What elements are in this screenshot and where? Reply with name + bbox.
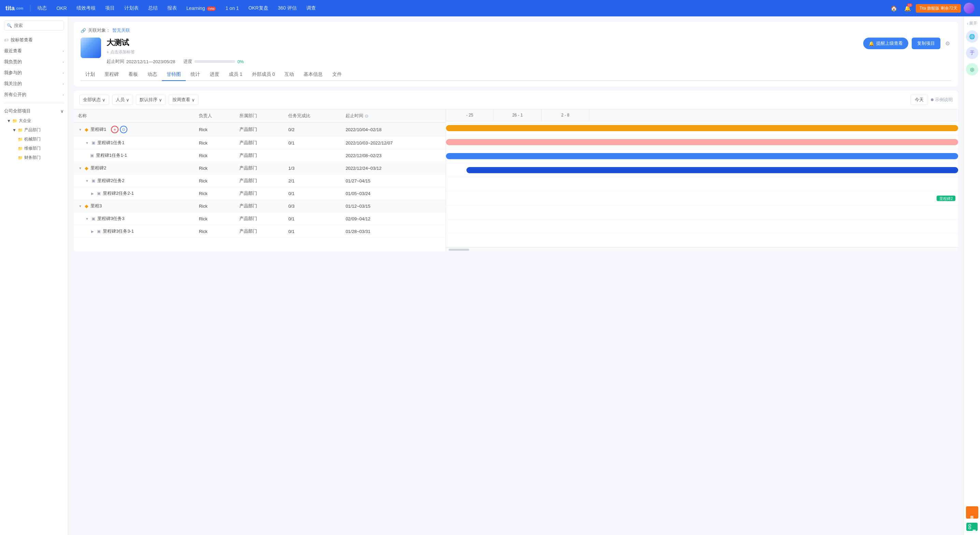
nav-item-diaocha[interactable]: 调查 xyxy=(302,3,320,13)
project-actions: 🔔 提醒上级查看 复制项目 ⚙ xyxy=(863,38,951,49)
tab-kanban[interactable]: 看板 xyxy=(124,68,143,81)
gantt-chart-row xyxy=(446,177,958,191)
view-filter-btn[interactable]: 按周查看 ∨ xyxy=(169,95,199,105)
nav-item-jixiaokahe[interactable]: 绩效考核 xyxy=(72,3,100,13)
copy-project-btn[interactable]: 复制项目 xyxy=(912,38,940,49)
link-icon: 🔗 xyxy=(81,28,86,33)
tree-item-product-dept[interactable]: ▼ 📁 产品部门 xyxy=(8,126,68,135)
tab-milestone[interactable]: 里程碑 xyxy=(100,68,124,81)
task-icon: ▣ xyxy=(92,178,95,183)
expand-btn[interactable]: ▼ xyxy=(78,204,83,208)
nav-item-1on1[interactable]: 1 on 1 xyxy=(221,3,243,13)
tree-item-mechanical[interactable]: 📁 机械部门 xyxy=(14,135,68,144)
add-tag-btn[interactable]: + 点击添加标签 xyxy=(107,49,858,55)
search-icon: 🔍 xyxy=(7,23,12,28)
section-collapse-icon: ∨ xyxy=(60,109,64,114)
sidebar-item-participated[interactable]: 我参与的 › xyxy=(0,67,68,78)
logo[interactable]: tita .com xyxy=(5,5,23,12)
example-btn[interactable]: 示例说明 xyxy=(931,97,953,103)
folder-icon: 📁 xyxy=(18,128,23,132)
project-info: 大测试 + 点击添加标签 起止时间 2022/12/11—2023/05/28 … xyxy=(107,38,858,65)
tab-external-members[interactable]: 外部成员 0 xyxy=(247,68,280,81)
col-dept: 所属部门 xyxy=(235,109,284,123)
nav-item-zongjie[interactable]: 总结 xyxy=(144,3,162,13)
tab-stats[interactable]: 统计 xyxy=(186,68,205,81)
nav-item-360[interactable]: 360 评估 xyxy=(274,3,301,13)
scroll-thumb[interactable] xyxy=(449,249,469,251)
sidebar-item-recent[interactable]: 最近查看 › xyxy=(0,45,68,56)
gantt-area: 全部状态 ∨ 人员 ∨ 默认排序 ∨ 按周查看 ∨ 今天 xyxy=(74,91,958,252)
expand-btn[interactable]: ▶ xyxy=(90,229,95,233)
col-settings-icon[interactable]: ⊙ xyxy=(365,113,368,119)
rp-icon-btn-1[interactable]: 🌐 xyxy=(966,30,978,43)
new-version-btn[interactable]: 新版 xyxy=(966,506,978,519)
settings-btn[interactable]: ⚙ xyxy=(944,39,951,48)
nav-item-okrfupan[interactable]: OKR复盘 xyxy=(244,3,272,13)
alert-btn[interactable]: 🔔 提醒上级查看 xyxy=(863,38,908,49)
nav-item-xiangmu[interactable]: 项目 xyxy=(101,3,119,13)
tab-activity[interactable]: 动态 xyxy=(143,68,162,81)
expand-btn[interactable]: ▼ xyxy=(78,128,83,132)
add-btn[interactable]: + xyxy=(111,126,118,133)
gantt-scrollbar[interactable] xyxy=(446,247,958,252)
notification-icon-btn[interactable]: 🔔 11 xyxy=(902,3,913,14)
nav-item-dongtai[interactable]: 动态 xyxy=(33,3,51,13)
sidebar-item-following[interactable]: 我关注的 › xyxy=(0,78,68,89)
search-input[interactable] xyxy=(4,21,64,30)
home-icon-btn[interactable]: 🏠 xyxy=(888,3,899,14)
user-avatar[interactable] xyxy=(964,3,975,14)
tab-members[interactable]: 成员 1 xyxy=(224,68,247,81)
tab-files[interactable]: 文件 xyxy=(328,68,347,81)
rp-icon-btn-2[interactable]: 于 xyxy=(966,47,978,59)
expand-btn[interactable]: ▼ xyxy=(85,141,89,145)
progress-bar xyxy=(194,60,235,63)
trial-badge[interactable]: Tita 旗舰版 剩余72天 xyxy=(916,4,961,13)
gantt-chart-row xyxy=(446,121,958,135)
info-btn[interactable]: ⊙ xyxy=(120,126,127,133)
tree-item-finance[interactable]: 📁 财务部门 xyxy=(14,153,68,162)
task-icon: ▣ xyxy=(92,140,95,145)
sort-filter-btn[interactable]: 默认排序 ∨ xyxy=(136,95,166,105)
gantt-left-panel: 名称 负责人 所属部门 任务完成比 起止时间 ⊙ xyxy=(74,109,446,252)
association-value[interactable]: 暂无关联 xyxy=(112,27,130,33)
gantt-bar xyxy=(446,153,958,159)
demo-btn[interactable]: 预约演示 GO xyxy=(966,523,978,531)
collapse-btn[interactable]: ‹ 展开 xyxy=(967,21,977,26)
gantt-table: 名称 负责人 所属部门 任务完成比 起止时间 ⊙ xyxy=(74,109,445,238)
milestone-icon: ◆ xyxy=(85,203,88,209)
sidebar-section-company[interactable]: 公司全部项目 ∨ xyxy=(0,106,68,116)
sidebar-item-tags[interactable]: 🏷 按标签查看 xyxy=(0,35,68,45)
nav-item-okr[interactable]: OKR xyxy=(52,3,71,13)
milestone-icon: ◆ xyxy=(85,166,88,171)
date-col-1: - 25 xyxy=(446,109,494,121)
today-btn[interactable]: 今天 xyxy=(910,95,928,105)
expand-btn[interactable]: ▼ xyxy=(85,217,89,221)
nav-item-learning[interactable]: Learning new xyxy=(182,3,220,13)
tree-item-enterprise[interactable]: ▼ 📁 大企业 xyxy=(3,116,68,126)
member-filter-btn[interactable]: 人员 ∨ xyxy=(112,95,133,105)
table-row: ▶ ▣ 里程碑3任务3-1 Rick 产品部门 0/1 01/28~03/31 xyxy=(74,225,445,238)
tree-item-maintenance[interactable]: 📁 维修部门 xyxy=(14,144,68,153)
gantt-bar xyxy=(446,125,958,131)
expand-btn[interactable]: ▼ xyxy=(78,166,83,170)
rp-icon-btn-3[interactable]: ◎ xyxy=(966,63,978,75)
right-panel: ‹ 展开 🌐 于 ◎ 新版 预约演示 GO xyxy=(964,16,980,535)
sidebar-item-responsible[interactable]: 我负责的 › xyxy=(0,56,68,67)
nav-item-baobiao[interactable]: 报表 xyxy=(163,3,181,13)
gantt-toolbar: 全部状态 ∨ 人员 ∨ 默认排序 ∨ 按周查看 ∨ 今天 xyxy=(74,91,958,109)
tab-gantt[interactable]: 甘特图 xyxy=(162,68,186,81)
expand-btn[interactable]: ▶ xyxy=(90,192,95,196)
arrow-icon: › xyxy=(62,92,64,97)
sidebar-item-public[interactable]: 所有公开的 › xyxy=(0,89,68,100)
status-filter-btn[interactable]: 全部状态 ∨ xyxy=(79,95,109,105)
expand-btn[interactable]: ▼ xyxy=(85,179,89,183)
milestone-chip: 里程碑2 xyxy=(937,196,955,201)
tab-progress[interactable]: 进度 xyxy=(205,68,224,81)
sidebar-tree: ▼ 📁 大企业 ▼ 📁 产品部门 📁 机械部门 📁 维修 xyxy=(0,116,68,162)
tab-plan[interactable]: 计划 xyxy=(81,68,100,81)
tab-basic-info[interactable]: 基本信息 xyxy=(299,68,328,81)
tab-interaction[interactable]: 互动 xyxy=(280,68,299,81)
arrow-icon: › xyxy=(62,49,64,53)
col-completion: 任务完成比 xyxy=(284,109,342,123)
nav-item-jihuabiao[interactable]: 计划表 xyxy=(120,3,143,13)
